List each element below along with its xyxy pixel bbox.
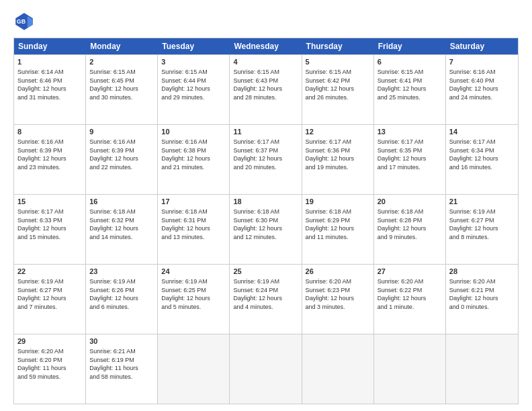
day-number: 9 xyxy=(89,127,154,137)
day-info: Sunrise: 6:18 AMSunset: 6:29 PMDaylight:… xyxy=(306,208,355,240)
cal-cell-day-5: 5 Sunrise: 6:15 AMSunset: 6:42 PMDayligh… xyxy=(302,55,374,124)
cal-cell-day-27: 27 Sunrise: 6:20 AMSunset: 6:22 PMDaylig… xyxy=(374,265,446,334)
col-header-thursday: Thursday xyxy=(302,38,374,54)
day-number: 22 xyxy=(17,267,82,277)
day-number: 20 xyxy=(378,197,442,207)
day-number: 29 xyxy=(17,336,82,347)
cal-cell-day-11: 11 Sunrise: 6:17 AMSunset: 6:37 PMDaylig… xyxy=(230,125,302,194)
col-header-wednesday: Wednesday xyxy=(230,38,302,54)
day-info: Sunrise: 6:17 AMSunset: 6:36 PMDaylight:… xyxy=(306,138,355,171)
cal-cell-day-19: 19 Sunrise: 6:18 AMSunset: 6:29 PMDaylig… xyxy=(302,195,374,264)
day-number: 5 xyxy=(306,57,370,67)
day-number: 7 xyxy=(449,57,515,67)
day-info: Sunrise: 6:20 AMSunset: 6:21 PMDaylight:… xyxy=(449,278,498,310)
day-number: 12 xyxy=(306,127,370,137)
day-number: 13 xyxy=(378,127,442,137)
cal-cell-day-20: 20 Sunrise: 6:18 AMSunset: 6:28 PMDaylig… xyxy=(374,195,446,264)
day-info: Sunrise: 6:19 AMSunset: 6:24 PMDaylight:… xyxy=(233,278,282,310)
day-info: Sunrise: 6:17 AMSunset: 6:37 PMDaylight:… xyxy=(233,138,282,171)
day-number: 6 xyxy=(378,57,442,67)
calendar-header: SundayMondayTuesdayWednesdayThursdayFrid… xyxy=(14,38,518,54)
cal-cell-empty xyxy=(302,334,374,404)
day-info: Sunrise: 6:17 AMSunset: 6:35 PMDaylight:… xyxy=(378,138,427,171)
week-row-1: 1 Sunrise: 6:14 AMSunset: 6:46 PMDayligh… xyxy=(14,54,518,124)
cal-cell-day-1: 1 Sunrise: 6:14 AMSunset: 6:46 PMDayligh… xyxy=(14,55,86,124)
cal-cell-day-12: 12 Sunrise: 6:17 AMSunset: 6:36 PMDaylig… xyxy=(302,125,374,194)
day-number: 8 xyxy=(17,127,82,137)
cal-cell-day-29: 29 Sunrise: 6:20 AMSunset: 6:20 PMDaylig… xyxy=(14,334,86,404)
cal-cell-day-10: 10 Sunrise: 6:16 AMSunset: 6:38 PMDaylig… xyxy=(158,125,230,194)
day-number: 16 xyxy=(89,197,154,207)
day-number: 17 xyxy=(161,197,226,207)
week-row-5: 29 Sunrise: 6:20 AMSunset: 6:20 PMDaylig… xyxy=(14,334,518,404)
day-number: 28 xyxy=(449,267,515,277)
logo: GB xyxy=(13,11,38,32)
day-info: Sunrise: 6:18 AMSunset: 6:30 PMDaylight:… xyxy=(233,208,282,240)
header: GB xyxy=(13,11,519,32)
day-info: Sunrise: 6:21 AMSunset: 6:19 PMDaylight:… xyxy=(89,348,138,380)
cal-cell-day-28: 28 Sunrise: 6:20 AMSunset: 6:21 PMDaylig… xyxy=(446,265,518,334)
day-info: Sunrise: 6:20 AMSunset: 6:23 PMDaylight:… xyxy=(306,278,355,310)
cal-cell-day-17: 17 Sunrise: 6:18 AMSunset: 6:31 PMDaylig… xyxy=(158,195,230,264)
day-number: 15 xyxy=(17,197,82,207)
day-info: Sunrise: 6:17 AMSunset: 6:33 PMDaylight:… xyxy=(17,208,66,240)
day-number: 3 xyxy=(161,57,226,67)
cal-cell-empty xyxy=(158,334,230,404)
cal-cell-empty xyxy=(374,334,446,404)
day-info: Sunrise: 6:15 AMSunset: 6:42 PMDaylight:… xyxy=(306,68,355,101)
day-info: Sunrise: 6:20 AMSunset: 6:20 PMDaylight:… xyxy=(17,348,66,380)
svg-text:GB: GB xyxy=(17,18,26,25)
day-info: Sunrise: 6:16 AMSunset: 6:38 PMDaylight:… xyxy=(161,138,210,171)
day-number: 4 xyxy=(233,57,298,67)
day-number: 25 xyxy=(233,267,298,277)
day-info: Sunrise: 6:15 AMSunset: 6:45 PMDaylight:… xyxy=(89,68,138,101)
day-info: Sunrise: 6:16 AMSunset: 6:40 PMDaylight:… xyxy=(449,68,498,101)
day-info: Sunrise: 6:19 AMSunset: 6:25 PMDaylight:… xyxy=(161,278,210,310)
day-info: Sunrise: 6:19 AMSunset: 6:26 PMDaylight:… xyxy=(89,278,138,310)
day-number: 10 xyxy=(161,127,226,137)
day-info: Sunrise: 6:20 AMSunset: 6:22 PMDaylight:… xyxy=(378,278,427,310)
col-header-saturday: Saturday xyxy=(446,38,518,54)
day-number: 24 xyxy=(161,267,226,277)
cal-cell-day-14: 14 Sunrise: 6:17 AMSunset: 6:34 PMDaylig… xyxy=(446,125,518,194)
day-info: Sunrise: 6:15 AMSunset: 6:43 PMDaylight:… xyxy=(233,68,282,101)
cal-cell-day-8: 8 Sunrise: 6:16 AMSunset: 6:39 PMDayligh… xyxy=(14,125,86,194)
day-info: Sunrise: 6:14 AMSunset: 6:46 PMDaylight:… xyxy=(17,68,66,101)
day-number: 11 xyxy=(233,127,298,137)
col-header-tuesday: Tuesday xyxy=(158,38,230,54)
day-number: 18 xyxy=(233,197,298,207)
cal-cell-day-13: 13 Sunrise: 6:17 AMSunset: 6:35 PMDaylig… xyxy=(374,125,446,194)
day-info: Sunrise: 6:19 AMSunset: 6:27 PMDaylight:… xyxy=(449,208,498,240)
col-header-monday: Monday xyxy=(86,38,158,54)
cal-cell-day-25: 25 Sunrise: 6:19 AMSunset: 6:24 PMDaylig… xyxy=(230,265,302,334)
day-info: Sunrise: 6:18 AMSunset: 6:32 PMDaylight:… xyxy=(89,208,138,240)
cal-cell-day-16: 16 Sunrise: 6:18 AMSunset: 6:32 PMDaylig… xyxy=(86,195,158,264)
cal-cell-day-23: 23 Sunrise: 6:19 AMSunset: 6:26 PMDaylig… xyxy=(86,265,158,334)
day-number: 30 xyxy=(89,336,154,347)
cal-cell-day-26: 26 Sunrise: 6:20 AMSunset: 6:23 PMDaylig… xyxy=(302,265,374,334)
day-number: 19 xyxy=(306,197,370,207)
cal-cell-day-15: 15 Sunrise: 6:17 AMSunset: 6:33 PMDaylig… xyxy=(14,195,86,264)
day-info: Sunrise: 6:16 AMSunset: 6:39 PMDaylight:… xyxy=(89,138,138,171)
day-info: Sunrise: 6:18 AMSunset: 6:28 PMDaylight:… xyxy=(378,208,427,240)
week-row-3: 15 Sunrise: 6:17 AMSunset: 6:33 PMDaylig… xyxy=(14,194,518,264)
col-header-friday: Friday xyxy=(374,38,446,54)
cal-cell-empty xyxy=(230,334,302,404)
day-info: Sunrise: 6:18 AMSunset: 6:31 PMDaylight:… xyxy=(161,208,210,240)
week-row-4: 22 Sunrise: 6:19 AMSunset: 6:27 PMDaylig… xyxy=(14,264,518,334)
day-info: Sunrise: 6:15 AMSunset: 6:41 PMDaylight:… xyxy=(378,68,427,101)
cal-cell-day-7: 7 Sunrise: 6:16 AMSunset: 6:40 PMDayligh… xyxy=(446,55,518,124)
cal-cell-day-4: 4 Sunrise: 6:15 AMSunset: 6:43 PMDayligh… xyxy=(230,55,302,124)
cal-cell-day-6: 6 Sunrise: 6:15 AMSunset: 6:41 PMDayligh… xyxy=(374,55,446,124)
day-info: Sunrise: 6:15 AMSunset: 6:44 PMDaylight:… xyxy=(161,68,210,101)
cal-cell-day-2: 2 Sunrise: 6:15 AMSunset: 6:45 PMDayligh… xyxy=(86,55,158,124)
day-number: 26 xyxy=(306,267,370,277)
day-info: Sunrise: 6:19 AMSunset: 6:27 PMDaylight:… xyxy=(17,278,66,310)
cal-cell-day-3: 3 Sunrise: 6:15 AMSunset: 6:44 PMDayligh… xyxy=(158,55,230,124)
cal-cell-day-30: 30 Sunrise: 6:21 AMSunset: 6:19 PMDaylig… xyxy=(86,334,158,404)
logo-icon: GB xyxy=(13,11,35,32)
col-header-sunday: Sunday xyxy=(14,38,86,54)
cal-cell-empty xyxy=(446,334,518,404)
day-number: 14 xyxy=(449,127,515,137)
day-number: 27 xyxy=(378,267,442,277)
